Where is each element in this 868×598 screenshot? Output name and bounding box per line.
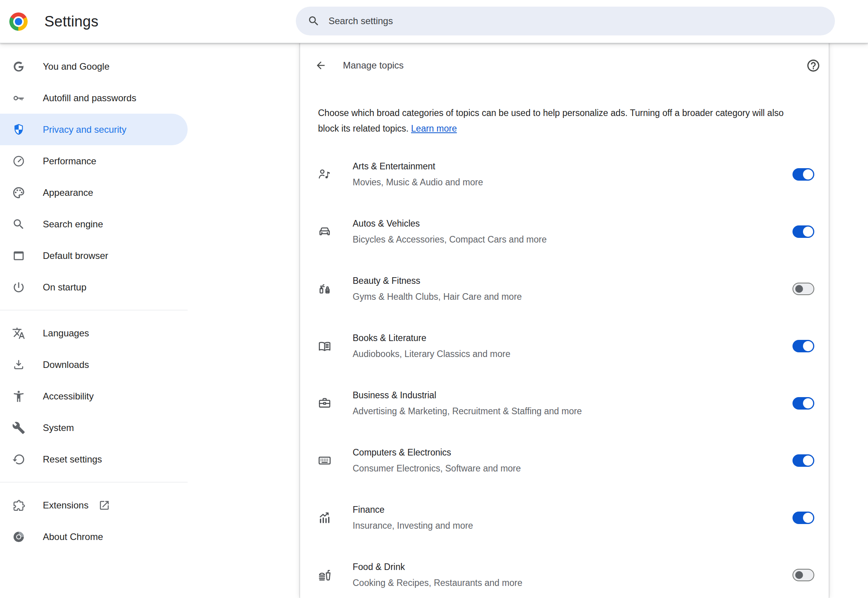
topics-list: Arts & Entertainment Movies, Music & Aud… — [300, 146, 829, 598]
briefcase-icon — [318, 396, 332, 410]
topic-row-finance: Finance Insurance, Investing and more — [300, 489, 829, 546]
toggle-knob — [795, 285, 803, 293]
artist-icon — [318, 167, 332, 181]
header: Settings — [0, 0, 868, 43]
sidebar-divider — [0, 482, 188, 482]
toggle-knob — [803, 169, 813, 179]
sidebar-item-system[interactable]: System — [0, 412, 188, 443]
download-icon — [12, 358, 25, 371]
topic-title: Beauty & Fitness — [353, 275, 792, 286]
topic-subtitle: Gyms & Health Clubs, Hair Care and more — [353, 291, 792, 302]
topic-toggle-beauty-fitness[interactable] — [792, 283, 814, 295]
learn-more-link[interactable]: Learn more — [411, 123, 457, 134]
help-icon — [806, 58, 821, 73]
topic-row-computers-electronics: Computers & Electronics Consumer Electro… — [300, 432, 829, 489]
main-content: Manage topics Choose which broad categor… — [300, 43, 829, 598]
palette-icon — [12, 186, 25, 199]
sidebar-item-label: Accessibility — [43, 391, 94, 402]
toggle-knob — [795, 571, 803, 579]
topic-subtitle: Insurance, Investing and more — [353, 520, 792, 531]
page-title: Manage topics — [343, 60, 404, 71]
toggle-knob — [803, 398, 813, 408]
sidebar-item-performance[interactable]: Performance — [0, 145, 188, 177]
sidebar-item-languages[interactable]: Languages — [0, 317, 188, 349]
sidebar-item-label: About Chrome — [43, 531, 103, 542]
topic-toggle-finance[interactable] — [792, 512, 814, 524]
shield-icon — [12, 123, 25, 136]
topic-subtitle: Audiobooks, Literary Classics and more — [353, 348, 792, 359]
sidebar-item-reset-settings[interactable]: Reset settings — [0, 443, 188, 475]
sidebar-item-about-chrome[interactable]: About Chrome — [0, 521, 188, 552]
app-title: Settings — [44, 0, 98, 43]
sidebar-item-label: Search engine — [43, 219, 103, 230]
topic-title: Computers & Electronics — [353, 447, 792, 458]
sidebar-item-label: Default browser — [43, 250, 108, 261]
topic-row-business-industrial: Business & Industrial Advertising & Mark… — [300, 375, 829, 432]
topic-toggle-arts-entertainment[interactable] — [792, 168, 814, 181]
search-icon — [307, 15, 320, 27]
topic-row-autos-vehicles: Autos & Vehicles Bicycles & Accessories,… — [300, 203, 829, 260]
sidebar-item-label: Languages — [43, 328, 89, 339]
wrench-icon — [12, 421, 25, 434]
topic-subtitle: Bicycles & Accessories, Compact Cars and… — [353, 234, 792, 245]
chrome-mono-icon — [12, 530, 25, 543]
topic-title: Books & Literature — [353, 332, 792, 343]
topic-row-arts-entertainment: Arts & Entertainment Movies, Music & Aud… — [300, 146, 829, 203]
topic-title: Autos & Vehicles — [353, 218, 792, 229]
topic-toggle-books-literature[interactable] — [792, 340, 814, 352]
accessibility-icon — [12, 390, 25, 403]
sidebar-item-autofill[interactable]: Autofill and passwords — [0, 82, 188, 114]
topic-subtitle: Consumer Electronics, Software and more — [353, 463, 792, 474]
google-g-icon — [12, 60, 25, 73]
topic-subtitle: Movies, Music & Audio and more — [353, 177, 792, 188]
topic-title: Arts & Entertainment — [353, 161, 792, 172]
open-in-new-icon — [98, 500, 110, 511]
sidebar-item-label: Extensions — [43, 500, 88, 511]
arrow-back-icon — [315, 60, 327, 71]
sidebar-item-default-browser[interactable]: Default browser — [0, 240, 188, 271]
sidebar-item-on-startup[interactable]: On startup — [0, 271, 188, 303]
search-input[interactable] — [328, 15, 823, 27]
sidebar-item-label: System — [43, 422, 74, 433]
sidebar-item-extensions[interactable]: Extensions — [0, 489, 188, 521]
description-text: Choose which broad categories of topics … — [318, 108, 784, 134]
sidebar-item-appearance[interactable]: Appearance — [0, 177, 188, 208]
puzzle-icon — [12, 499, 25, 512]
back-button[interactable] — [312, 56, 330, 74]
chrome-logo-icon — [9, 12, 28, 31]
sidebar-item-label: Privacy and security — [43, 124, 127, 135]
subpage-header: Manage topics — [300, 43, 829, 88]
translate-icon — [12, 327, 25, 340]
car-icon — [318, 225, 332, 239]
sidebar-item-label: Downloads — [43, 359, 89, 370]
topic-toggle-autos-vehicles[interactable] — [792, 225, 814, 238]
key-icon — [12, 91, 25, 105]
sidebar-item-privacy-security[interactable]: Privacy and security — [0, 114, 188, 145]
sidebar-item-label: On startup — [43, 282, 86, 293]
topic-toggle-food-drink[interactable] — [792, 569, 814, 581]
sidebar-item-downloads[interactable]: Downloads — [0, 349, 188, 380]
beauty-icon — [318, 282, 332, 296]
food-icon — [318, 568, 332, 582]
topic-row-food-drink: Food & Drink Cooking & Recipes, Restaura… — [300, 546, 829, 598]
toggle-knob — [803, 341, 813, 351]
topic-toggle-computers-electronics[interactable] — [792, 454, 814, 467]
sidebar-item-search-engine[interactable]: Search engine — [0, 208, 188, 240]
sidebar-item-you-and-google[interactable]: You and Google — [0, 51, 188, 82]
help-button[interactable] — [805, 58, 821, 73]
sidebar-divider — [0, 310, 188, 310]
chrome-settings-window: Settings You and Google Autofill and pas… — [0, 0, 868, 598]
toggle-knob — [803, 227, 813, 237]
topic-subtitle: Advertising & Marketing, Recruitment & S… — [353, 406, 792, 417]
topic-toggle-business-industrial[interactable] — [792, 397, 814, 410]
sidebar-item-accessibility[interactable]: Accessibility — [0, 380, 188, 412]
sidebar-item-label: Appearance — [43, 187, 93, 198]
topic-title: Business & Industrial — [353, 390, 792, 401]
sidebar: You and Google Autofill and passwords Pr… — [0, 43, 300, 598]
topic-title: Finance — [353, 504, 792, 515]
sidebar-item-label: Performance — [43, 156, 96, 167]
speedometer-icon — [12, 155, 25, 168]
topic-title: Food & Drink — [353, 561, 792, 572]
search-bar[interactable] — [296, 7, 835, 35]
search-icon — [12, 218, 25, 231]
